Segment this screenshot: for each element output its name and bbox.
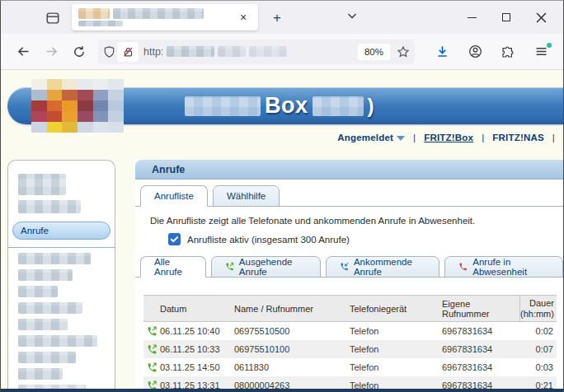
window-close-button[interactable] xyxy=(524,1,558,34)
main-content: Anrufe Anrufliste Wählhilfe Die Anruflis… xyxy=(135,160,563,392)
column-dauer: Dauer(hh:mm) xyxy=(519,296,557,321)
window-minimize-button[interactable] xyxy=(454,1,489,34)
redacted-sidebar-item[interactable] xyxy=(18,269,73,281)
column-eigene-rufnummer: Eigene Rufnummer xyxy=(442,296,519,321)
redacted-sidebar-item[interactable] xyxy=(18,368,63,380)
filter-tab-label: Anrufe in Abwesenheit xyxy=(472,257,549,277)
redacted-brand-prefix xyxy=(185,96,261,116)
redacted-sidebar-item[interactable] xyxy=(18,319,68,330)
redacted-url xyxy=(167,46,358,57)
session-nav: Angemeldet | FRITZ!Box | FRITZ!NAS | xyxy=(337,133,555,142)
outgoing-call-icon xyxy=(143,362,160,373)
cell-eigene: 6967831634 xyxy=(442,362,519,372)
tab-close-icon[interactable]: × xyxy=(235,9,251,26)
redacted-sidebar-item[interactable] xyxy=(18,253,91,264)
bookmark-star-button[interactable] xyxy=(397,45,410,58)
brand-text: Box xyxy=(265,93,308,119)
checkbox-label: Anrufliste aktiv (insgesamt 300 Anrufe) xyxy=(187,235,350,245)
downloads-button[interactable] xyxy=(430,40,454,63)
column-icon xyxy=(143,306,160,311)
outgoing-call-icon xyxy=(147,362,157,373)
outgoing-call-icon xyxy=(147,344,157,355)
reload-button[interactable] xyxy=(67,40,92,63)
filter-tab-alle-anrufe[interactable]: Alle Anrufe xyxy=(140,256,206,278)
back-icon xyxy=(16,44,31,58)
table-row[interactable]: 06.11.25 10:3306975510100Telefon69678316… xyxy=(143,340,557,358)
browser-tab[interactable]: × xyxy=(72,4,258,30)
redacted-sidebar-item[interactable] xyxy=(18,174,66,195)
filter-tab-ankommende-anrufe[interactable]: Ankommende Anrufe xyxy=(326,256,439,278)
shield-icon[interactable] xyxy=(103,45,115,58)
checkbox-checked-icon[interactable] xyxy=(168,233,181,245)
tab-anrufliste[interactable]: Anrufliste xyxy=(140,185,208,207)
sidebar: Anrufe xyxy=(7,160,115,392)
redacted-sidebar-item[interactable] xyxy=(18,200,81,213)
star-icon xyxy=(397,45,410,58)
redacted-sidebar-item[interactable] xyxy=(18,302,82,314)
insecure-lock-chip[interactable] xyxy=(117,42,139,62)
cell-datum: 03.11.25 14:50 xyxy=(160,362,234,372)
sidebar-divider xyxy=(8,247,115,248)
table-row[interactable]: 03.11.25 14:500611830Telefon69678316340:… xyxy=(143,358,557,376)
description-text: Die Anrufliste zeigt alle Telefonate und… xyxy=(150,216,563,226)
table-row[interactable]: 06.11.25 10:4006975510500Telefon69678316… xyxy=(143,322,557,340)
forward-icon xyxy=(45,44,59,58)
filter-tab-label: Ausgehende Anrufe xyxy=(239,257,307,277)
menu-button[interactable] xyxy=(529,40,553,63)
page-title: Anrufe xyxy=(135,160,563,180)
filter-tab-anrufe-in-abwesenheit[interactable]: Anrufe in Abwesenheit xyxy=(444,256,563,278)
column-datum: Datum xyxy=(160,301,234,316)
sidebar-item-anrufe[interactable]: Anrufe xyxy=(12,222,110,240)
minimize-icon xyxy=(468,17,477,18)
forward-button[interactable] xyxy=(39,40,63,63)
chevron-down-icon xyxy=(397,136,405,141)
redacted-sidebar-item[interactable] xyxy=(18,286,58,297)
tab-waehlhilfe[interactable]: Wählhilfe xyxy=(213,185,280,207)
browser-toolbar: http: 80% xyxy=(1,34,563,70)
maximize-icon xyxy=(502,13,510,21)
url-bar[interactable]: http: 80% xyxy=(98,40,415,64)
browser-titlebar: × + xyxy=(1,1,563,34)
incoming-call-icon xyxy=(340,261,349,273)
missed-call-icon xyxy=(458,261,468,273)
cell-name: 06975510500 xyxy=(234,326,350,336)
nav-separator: | xyxy=(482,133,484,142)
cell-dauer: 0:03 xyxy=(519,362,557,372)
column-telefoniegeraet: Telefoniegerät xyxy=(350,301,442,316)
cell-datum: 06.11.25 10:40 xyxy=(160,326,234,336)
download-icon xyxy=(435,44,449,58)
back-button[interactable] xyxy=(11,40,35,63)
cell-dauer: 0:02 xyxy=(519,326,557,336)
firefox-view-button[interactable] xyxy=(40,8,65,28)
lock-insecure-icon xyxy=(123,46,134,58)
filter-tab-ausgehende-anrufe[interactable]: Ausgehende Anrufe xyxy=(211,256,321,278)
redacted-sidebar-item[interactable] xyxy=(18,352,76,363)
outgoing-call-icon xyxy=(143,344,160,355)
cell-datum: 06.11.25 10:33 xyxy=(160,344,234,354)
zoom-level-indicator[interactable]: 80% xyxy=(358,44,390,60)
window-maximize-button[interactable] xyxy=(489,1,524,34)
filter-tab-label: Alle Anrufe xyxy=(154,257,192,277)
nav-separator: | xyxy=(413,133,416,142)
cell-geraet: Telefon xyxy=(350,326,442,336)
nav-link-fritzbox[interactable]: FRITZ!Box xyxy=(424,133,473,142)
sidebar-item-label: Anrufe xyxy=(21,226,49,236)
puzzle-icon xyxy=(501,45,515,58)
logged-in-menu[interactable]: Angemeldet xyxy=(337,133,405,142)
redacted-tab-title xyxy=(78,8,235,26)
nav-separator: | xyxy=(552,133,555,142)
nav-link-fritznas[interactable]: FRITZ!NAS xyxy=(492,133,543,142)
list-tabs-chevron-icon[interactable] xyxy=(345,9,359,22)
table-header-row: DatumName / RufnummerTelefoniegerätEigen… xyxy=(143,295,557,322)
outgoing-call-icon xyxy=(143,326,160,337)
cell-eigene: 6967831634 xyxy=(442,326,519,336)
account-button[interactable] xyxy=(463,40,487,63)
new-tab-button[interactable]: + xyxy=(266,7,288,29)
redacted-logo xyxy=(31,79,124,133)
column-name-rufnummer: Name / Rufnummer xyxy=(234,301,350,316)
extensions-button[interactable] xyxy=(496,40,520,63)
anrufliste-aktiv-row[interactable]: Anrufliste aktiv (insgesamt 300 Anrufe) xyxy=(168,233,563,245)
bottom-edge xyxy=(1,389,563,392)
cell-geraet: Telefon xyxy=(350,344,442,354)
redacted-sidebar-item[interactable] xyxy=(18,335,97,347)
